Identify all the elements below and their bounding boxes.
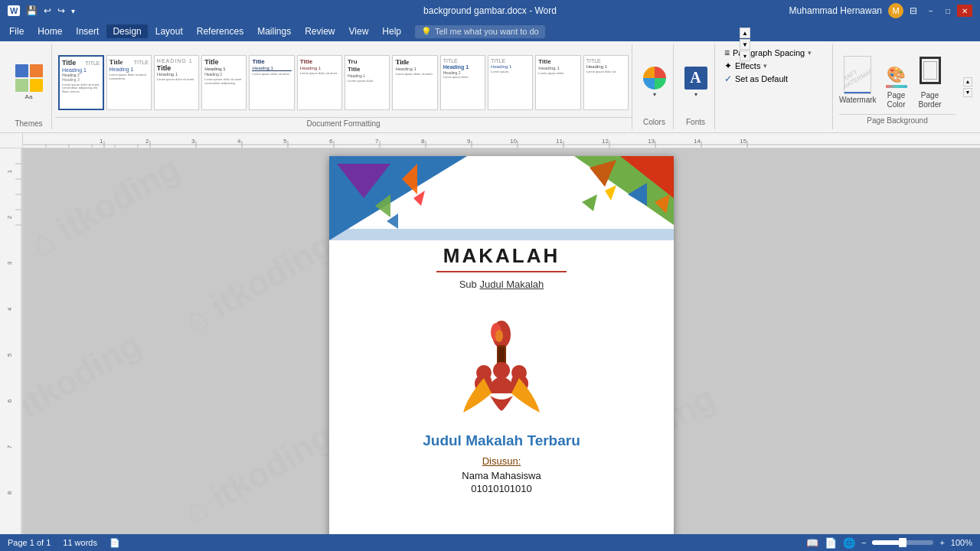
layout-icon[interactable]: 📄	[109, 538, 120, 548]
title-bar-left: W 💾 ↩ ↪ ▾	[8, 5, 75, 16]
paragraph-spacing-icon: ≡	[724, 47, 730, 58]
svg-text:7: 7	[6, 445, 13, 448]
document-page: MAKALAH Sub Judul Makalah	[329, 156, 674, 534]
svg-text:12: 12	[602, 138, 609, 145]
effects-icon: ✦	[724, 60, 732, 71]
window-controls[interactable]: − □ ✕	[923, 5, 972, 17]
minimize-button[interactable]: −	[923, 5, 939, 17]
page-background-buttons: DRAFTWATERMARK Watermark 🎨 Page Color	[839, 47, 956, 112]
theme-thumbnail-7[interactable]: Tru Title Heading 1 Lorem ipsum dolor.	[345, 55, 390, 110]
document-subtitle: Sub Judul Makalah	[364, 279, 639, 290]
themes-icon	[15, 64, 43, 92]
word-count: 11 words	[63, 538, 97, 547]
svg-text:5: 5	[6, 353, 13, 357]
svg-text:8: 8	[421, 138, 425, 145]
collapse-up-button[interactable]: ▲	[963, 77, 972, 86]
nim-label: 01010101010	[364, 483, 639, 494]
title-bar: W 💾 ↩ ↪ ▾ background gambar.docx - Word …	[0, 0, 980, 21]
theme-thumbnail-6[interactable]: Title Heading 1 Lorem ipsum dolor sit am…	[297, 55, 342, 110]
logo-container	[452, 305, 551, 420]
menu-layout[interactable]: Layout	[149, 24, 189, 38]
close-button[interactable]: ✕	[957, 5, 972, 17]
page-info: Page 1 of 1	[8, 538, 51, 547]
svg-marker-57	[413, 191, 425, 206]
read-mode-icon[interactable]: 📖	[806, 537, 818, 549]
themes-button[interactable]: Aa	[15, 46, 43, 118]
page-border-icon	[916, 51, 944, 90]
colors-icon	[643, 67, 666, 90]
maximize-button[interactable]: □	[940, 5, 956, 17]
zoom-out-button[interactable]: −	[861, 538, 866, 547]
ruler-container: 1 2 3 4 5 6 7 8 9 10 11 12 13 14 15	[0, 133, 980, 148]
theme-thumbnail-10[interactable]: TITLE Heading 1 Lorem ipsum.	[488, 55, 533, 110]
page-color-icon: 🎨	[883, 51, 910, 90]
theme-thumbnail-9[interactable]: TITLE Heading 1 Heading 2 Lorem ipsum do…	[440, 55, 485, 110]
theme-thumbnail-1[interactable]: Title TITLE Heading 1 Heading 2Heading 3…	[58, 55, 104, 110]
page-color-button[interactable]: 🎨 Page Color	[883, 51, 910, 109]
theme-thumbnail-5[interactable]: Title Heading 1 Lorem ipsum dolor sit am…	[249, 55, 294, 110]
page-border-button[interactable]: Page Border	[916, 51, 944, 109]
theme-thumbnail-3[interactable]: HEADING 1 Title Heading 1 Lorem ipsum do…	[154, 55, 199, 110]
main-area: 1 2 3 4 5 6 7 8 9 ⌂ itkoding ⌂ itkoding …	[0, 148, 980, 534]
svg-text:14: 14	[694, 138, 701, 145]
page-background-label: Page Background	[839, 114, 956, 126]
menu-references[interactable]: References	[191, 24, 250, 38]
theme-thumbnail-8[interactable]: Title Heading 1 Lorem ipsum dolor sit am…	[392, 55, 437, 110]
horizontal-ruler: 1 2 3 4 5 6 7 8 9 10 11 12 13 14 15	[23, 133, 980, 148]
print-layout-icon[interactable]: 📄	[825, 537, 837, 549]
v-ruler-svg: 1 2 3 4 5 6 7 8 9	[0, 148, 23, 534]
thumbnail-row: Title TITLE Heading 1 Heading 2Heading 3…	[55, 44, 632, 117]
menu-file[interactable]: File	[3, 24, 30, 38]
paragraph-spacing-dropdown-icon: ▾	[808, 49, 812, 57]
svg-marker-64	[582, 194, 597, 211]
svg-text:4: 4	[6, 307, 13, 311]
colors-button[interactable]: ▾	[643, 47, 666, 116]
undo-icon[interactable]: ↩	[44, 5, 51, 16]
title-bar-right: Muhammad Hernawan M ⊟ − □ ✕	[789, 3, 972, 18]
theme-thumbnail-2[interactable]: Title TITLE Heading 1 Lorem ipsum dolor …	[106, 55, 152, 110]
page-footer-decoration	[329, 531, 674, 534]
menu-view[interactable]: View	[343, 24, 375, 38]
theme-thumbnail-11[interactable]: Title Heading 1 Lorem ipsum dolor.	[535, 55, 580, 110]
title-underline	[436, 271, 567, 272]
redo-icon[interactable]: ↪	[57, 5, 65, 16]
quick-save-icon[interactable]: 💾	[26, 5, 38, 16]
watermark-button[interactable]: DRAFTWATERMARK Watermark	[839, 56, 877, 104]
collapse-down-button[interactable]: ▼	[963, 88, 972, 97]
status-left: Page 1 of 1 11 words 📄	[8, 538, 120, 548]
fonts-icon: A	[684, 67, 707, 90]
judul-title: Judul Makalah Terbaru	[364, 432, 639, 449]
themes-group: Aa Themes	[6, 44, 52, 129]
effects-button[interactable]: ✦ Effects ▾	[724, 60, 826, 71]
zoom-in-button[interactable]: +	[939, 538, 944, 547]
zoom-slider[interactable]	[872, 540, 933, 545]
page-background-group: DRAFTWATERMARK Watermark 🎨 Page Color	[836, 44, 959, 129]
ribbon-display-icon[interactable]: ⊟	[910, 5, 917, 16]
fonts-group: A ▾ Fonts	[677, 44, 715, 129]
ruler-corner	[0, 133, 23, 148]
subtitle-sub: Sub	[459, 279, 480, 290]
svg-rect-0	[23, 133, 980, 148]
theme-thumbnail-4[interactable]: Title Heading 1 Heading 2 Lorem ipsum do…	[201, 55, 247, 110]
colors-group: ▾ Colors	[635, 44, 674, 129]
menu-mailings[interactable]: Mailings	[251, 24, 297, 38]
menu-home[interactable]: Home	[31, 24, 68, 38]
svg-text:6: 6	[6, 399, 13, 403]
customize-qat-icon[interactable]: ▾	[71, 7, 75, 15]
set-as-default-button[interactable]: ✓ Set as Default	[724, 73, 826, 84]
theme-thumbnail-12[interactable]: TITLE Heading 1 Lorem ipsum dolor sit.	[583, 55, 629, 110]
menu-insert[interactable]: Insert	[70, 24, 105, 38]
svg-point-69	[495, 330, 503, 342]
svg-marker-63	[605, 185, 616, 201]
tell-me-text[interactable]: Tell me what you want to do	[435, 27, 539, 36]
fonts-button[interactable]: A ▾	[684, 47, 707, 116]
zoom-handle[interactable]	[899, 538, 906, 547]
menu-help[interactable]: Help	[376, 24, 407, 38]
subtitle-makalah: Makalah	[504, 279, 544, 290]
document-formatting-group: Title TITLE Heading 1 Heading 2Heading 3…	[55, 44, 632, 129]
ribbon-arrow-buttons[interactable]: ▲ ▼	[963, 77, 972, 97]
menu-design[interactable]: Design	[106, 24, 147, 38]
menu-review[interactable]: Review	[299, 24, 341, 38]
web-layout-icon[interactable]: 🌐	[843, 537, 855, 549]
svg-rect-71	[498, 347, 505, 364]
